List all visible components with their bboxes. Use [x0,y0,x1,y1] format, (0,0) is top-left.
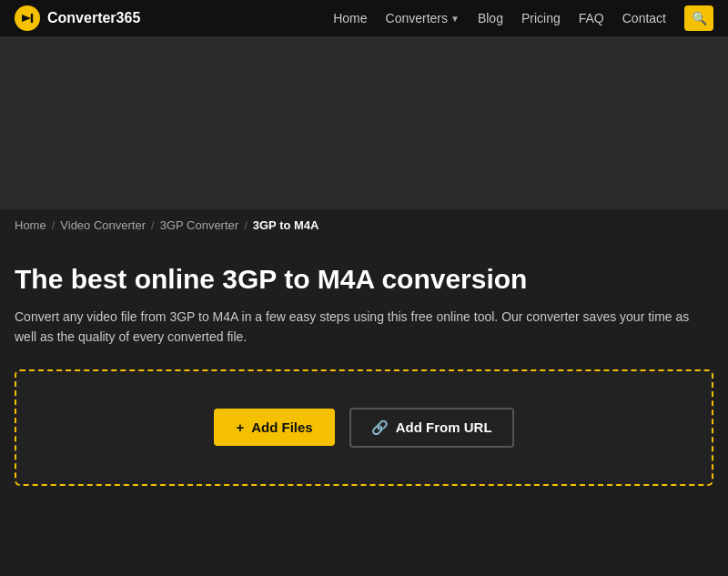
search-button[interactable]: 🔍 [684,5,713,31]
upload-area: + Add Files 🔗 Add From URL [15,369,713,486]
nav-contact[interactable]: Contact [622,11,666,25]
breadcrumb-home[interactable]: Home [15,218,46,232]
nav-faq[interactable]: FAQ [579,11,604,25]
nav-menu: Home Converters ▼ Blog Pricing FAQ Conta… [333,5,713,31]
breadcrumb-sep-3: / [244,218,248,232]
add-files-label: Add Files [251,419,313,435]
logo-icon [15,5,40,31]
add-url-button[interactable]: 🔗 Add From URL [349,408,514,448]
plus-icon: + [236,419,244,435]
page-title: The best online 3GP to M4A conversion [15,263,713,296]
breadcrumb-current: 3GP to M4A [253,218,319,232]
nav-home[interactable]: Home [333,11,367,25]
nav-converters[interactable]: Converters ▼ [386,11,460,25]
breadcrumb-video-converter[interactable]: Video Converter [60,218,146,232]
link-icon: 🔗 [371,419,389,436]
breadcrumb-3gp-converter[interactable]: 3GP Converter [160,218,238,232]
ad-banner [0,36,728,209]
converters-chevron-icon: ▼ [450,14,460,24]
page-description: Convert any video file from 3GP to M4A i… [15,307,706,348]
breadcrumb-sep-1: / [52,218,56,232]
nav-pricing[interactable]: Pricing [521,11,561,25]
search-icon: 🔍 [692,11,707,25]
breadcrumb-sep-2: / [151,218,155,232]
add-url-label: Add From URL [396,419,492,435]
navbar: Converter365 Home Converters ▼ Blog Pric… [0,0,728,36]
nav-blog[interactable]: Blog [478,11,503,25]
add-files-button[interactable]: + Add Files [214,409,334,446]
breadcrumb: Home / Video Converter / 3GP Converter /… [0,209,728,241]
logo-text: Converter365 [47,10,140,26]
logo[interactable]: Converter365 [15,5,140,31]
main-content: The best online 3GP to M4A conversion Co… [0,241,728,504]
